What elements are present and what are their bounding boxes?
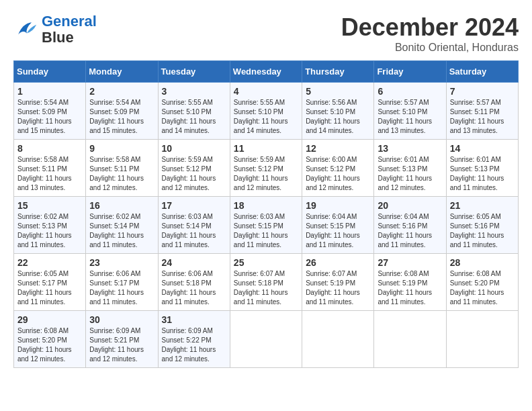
table-row: 11Sunrise: 5:59 AMSunset: 5:12 PMDayligh… [230,140,302,197]
table-row: 12Sunrise: 6:00 AMSunset: 5:12 PMDayligh… [302,140,374,197]
day-info: Sunrise: 5:54 AMSunset: 5:09 PMDaylight:… [89,99,144,134]
table-row: 19Sunrise: 6:04 AMSunset: 5:15 PMDayligh… [302,197,374,254]
col-tuesday: Tuesday [158,61,230,83]
table-row: 10Sunrise: 5:59 AMSunset: 5:12 PMDayligh… [158,140,230,197]
day-number: 7 [450,86,515,97]
day-number: 9 [89,143,154,154]
table-row: 26Sunrise: 6:07 AMSunset: 5:19 PMDayligh… [302,254,374,311]
logo-line1: General [42,13,97,30]
day-number: 2 [89,86,154,97]
day-info: Sunrise: 5:57 AMSunset: 5:10 PMDaylight:… [378,99,432,134]
table-row: 6Sunrise: 5:57 AMSunset: 5:10 PMDaylight… [374,83,446,140]
day-number: 26 [306,257,370,268]
day-info: Sunrise: 6:09 AMSunset: 5:22 PMDaylight:… [162,327,216,363]
table-row: 30Sunrise: 6:09 AMSunset: 5:21 PMDayligh… [86,311,158,368]
day-number: 21 [450,200,515,211]
day-number: 8 [17,143,82,154]
day-info: Sunrise: 5:58 AMSunset: 5:11 PMDaylight:… [89,156,144,191]
calendar-week-row: 1Sunrise: 5:54 AMSunset: 5:09 PMDaylight… [14,83,519,140]
day-number: 14 [450,143,515,154]
table-row: 4Sunrise: 5:55 AMSunset: 5:10 PMDaylight… [230,83,302,140]
logo: General Blue [13,13,97,46]
day-number: 31 [162,314,226,325]
day-info: Sunrise: 5:57 AMSunset: 5:11 PMDaylight:… [450,99,504,134]
day-info: Sunrise: 6:05 AMSunset: 5:16 PMDaylight:… [450,213,504,248]
day-info: Sunrise: 5:59 AMSunset: 5:12 PMDaylight:… [234,156,288,191]
table-row [230,311,302,368]
day-number: 30 [89,314,154,325]
day-number: 20 [378,200,442,211]
day-info: Sunrise: 6:07 AMSunset: 5:18 PMDaylight:… [234,270,288,306]
day-number: 17 [162,200,226,211]
day-number: 11 [234,143,298,154]
day-info: Sunrise: 6:06 AMSunset: 5:18 PMDaylight:… [162,270,216,306]
day-info: Sunrise: 6:05 AMSunset: 5:17 PMDaylight:… [17,270,72,306]
title-area: December 2024 Bonito Oriental, Honduras [341,13,519,54]
col-thursday: Thursday [302,61,374,83]
table-row: 18Sunrise: 6:03 AMSunset: 5:15 PMDayligh… [230,197,302,254]
calendar-week-row: 22Sunrise: 6:05 AMSunset: 5:17 PMDayligh… [14,254,519,311]
day-info: Sunrise: 6:08 AMSunset: 5:19 PMDaylight:… [378,270,432,306]
day-info: Sunrise: 6:08 AMSunset: 5:20 PMDaylight:… [17,327,72,363]
day-info: Sunrise: 6:01 AMSunset: 5:13 PMDaylight:… [378,156,432,191]
day-number: 6 [378,86,442,97]
month-title: December 2024 [341,13,519,42]
col-monday: Monday [86,61,158,83]
col-wednesday: Wednesday [230,61,302,83]
calendar-week-row: 29Sunrise: 6:08 AMSunset: 5:20 PMDayligh… [14,311,519,368]
table-row: 1Sunrise: 5:54 AMSunset: 5:09 PMDaylight… [14,83,86,140]
table-row: 16Sunrise: 6:02 AMSunset: 5:14 PMDayligh… [86,197,158,254]
day-info: Sunrise: 6:00 AMSunset: 5:12 PMDaylight:… [306,156,360,191]
table-row: 15Sunrise: 6:02 AMSunset: 5:13 PMDayligh… [14,197,86,254]
col-sunday: Sunday [14,61,86,83]
day-number: 10 [162,143,226,154]
table-row: 2Sunrise: 5:54 AMSunset: 5:09 PMDaylight… [86,83,158,140]
table-row: 13Sunrise: 6:01 AMSunset: 5:13 PMDayligh… [374,140,446,197]
day-info: Sunrise: 6:01 AMSunset: 5:13 PMDaylight:… [450,156,504,191]
day-info: Sunrise: 6:09 AMSunset: 5:21 PMDaylight:… [89,327,144,363]
day-info: Sunrise: 6:02 AMSunset: 5:14 PMDaylight:… [89,213,144,248]
day-number: 28 [450,257,515,268]
table-row: 9Sunrise: 5:58 AMSunset: 5:11 PMDaylight… [86,140,158,197]
logo-icon [13,17,38,42]
day-number: 22 [17,257,82,268]
header: General Blue December 2024 Bonito Orient… [13,13,519,54]
table-row: 8Sunrise: 5:58 AMSunset: 5:11 PMDaylight… [14,140,86,197]
day-info: Sunrise: 5:55 AMSunset: 5:10 PMDaylight:… [162,99,216,134]
calendar-week-row: 8Sunrise: 5:58 AMSunset: 5:11 PMDaylight… [14,140,519,197]
table-row: 17Sunrise: 6:03 AMSunset: 5:14 PMDayligh… [158,197,230,254]
day-number: 3 [162,86,226,97]
table-row: 14Sunrise: 6:01 AMSunset: 5:13 PMDayligh… [446,140,518,197]
day-number: 1 [17,86,82,97]
day-number: 23 [89,257,154,268]
table-row [446,311,518,368]
day-number: 5 [306,86,370,97]
table-row: 24Sunrise: 6:06 AMSunset: 5:18 PMDayligh… [158,254,230,311]
calendar-header-row: Sunday Monday Tuesday Wednesday Thursday… [14,61,519,83]
table-row: 28Sunrise: 6:08 AMSunset: 5:20 PMDayligh… [446,254,518,311]
day-info: Sunrise: 6:03 AMSunset: 5:15 PMDaylight:… [234,213,288,248]
day-number: 12 [306,143,370,154]
day-number: 19 [306,200,370,211]
day-info: Sunrise: 5:56 AMSunset: 5:10 PMDaylight:… [306,99,360,134]
day-number: 24 [162,257,226,268]
logo-text: General Blue [42,13,97,46]
day-info: Sunrise: 5:55 AMSunset: 5:10 PMDaylight:… [234,99,288,134]
logo-line2: Blue [42,30,97,46]
table-row: 20Sunrise: 6:04 AMSunset: 5:16 PMDayligh… [374,197,446,254]
calendar-table: Sunday Monday Tuesday Wednesday Thursday… [13,60,519,368]
day-number: 27 [378,257,442,268]
day-info: Sunrise: 6:08 AMSunset: 5:20 PMDaylight:… [450,270,504,306]
calendar-week-row: 15Sunrise: 6:02 AMSunset: 5:13 PMDayligh… [14,197,519,254]
table-row: 7Sunrise: 5:57 AMSunset: 5:11 PMDaylight… [446,83,518,140]
day-number: 18 [234,200,298,211]
day-info: Sunrise: 5:54 AMSunset: 5:09 PMDaylight:… [17,99,72,134]
table-row [374,311,446,368]
table-row: 29Sunrise: 6:08 AMSunset: 5:20 PMDayligh… [14,311,86,368]
table-row: 5Sunrise: 5:56 AMSunset: 5:10 PMDaylight… [302,83,374,140]
col-friday: Friday [374,61,446,83]
table-row: 3Sunrise: 5:55 AMSunset: 5:10 PMDaylight… [158,83,230,140]
day-info: Sunrise: 6:06 AMSunset: 5:17 PMDaylight:… [89,270,144,306]
table-row: 22Sunrise: 6:05 AMSunset: 5:17 PMDayligh… [14,254,86,311]
col-saturday: Saturday [446,61,518,83]
